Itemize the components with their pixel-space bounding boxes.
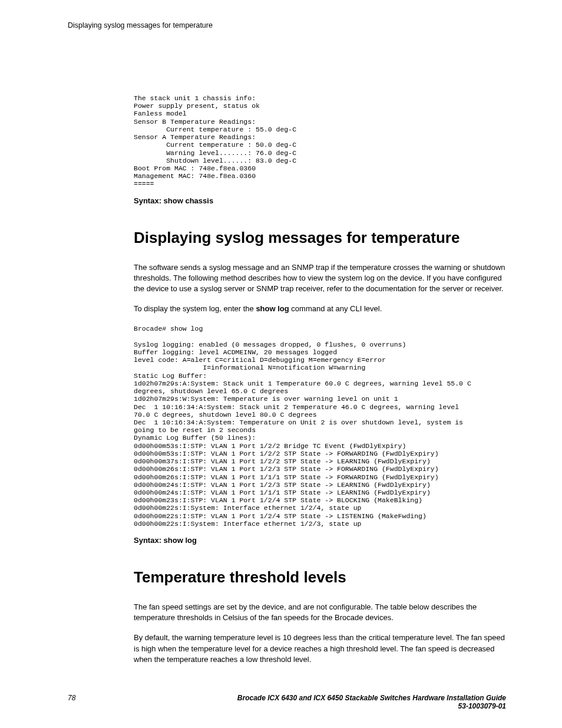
code-show-log-output: Brocade# show log Syslog logging: enable… — [134, 325, 506, 528]
heading-syslog-temperature: Displaying syslog messages for temperatu… — [134, 229, 506, 247]
para-fan-speed: The fan speed settings are set by the de… — [134, 602, 506, 623]
para-syslog-intro: The software sends a syslog message and … — [134, 262, 506, 295]
page-footer: 78 Brocade ICX 6430 and ICX 6450 Stackab… — [0, 694, 562, 710]
para-warning-level: By default, the warning temperature leve… — [134, 633, 506, 665]
footer-doc-title: Brocade ICX 6430 and ICX 6450 Stackable … — [237, 694, 506, 702]
running-header: Displaying syslog messages for temperatu… — [68, 21, 506, 29]
show-log-command: show log — [256, 304, 289, 313]
heading-temperature-thresholds: Temperature threshold levels — [134, 568, 506, 587]
para-fragment: To display the system log, enter the — [134, 304, 256, 313]
para-show-log-instruction: To display the system log, enter the sho… — [134, 304, 506, 314]
syntax-show-chassis: Syntax: show chassis — [134, 196, 506, 205]
para-fragment: command at any CLI level. — [289, 304, 382, 313]
footer-doc-number: 53-1003079-01 — [237, 702, 506, 710]
syntax-show-log: Syntax: show log — [134, 536, 506, 545]
code-chassis-output: The stack unit 1 chassis info: Power sup… — [134, 94, 506, 188]
page-number: 78 — [68, 694, 75, 702]
